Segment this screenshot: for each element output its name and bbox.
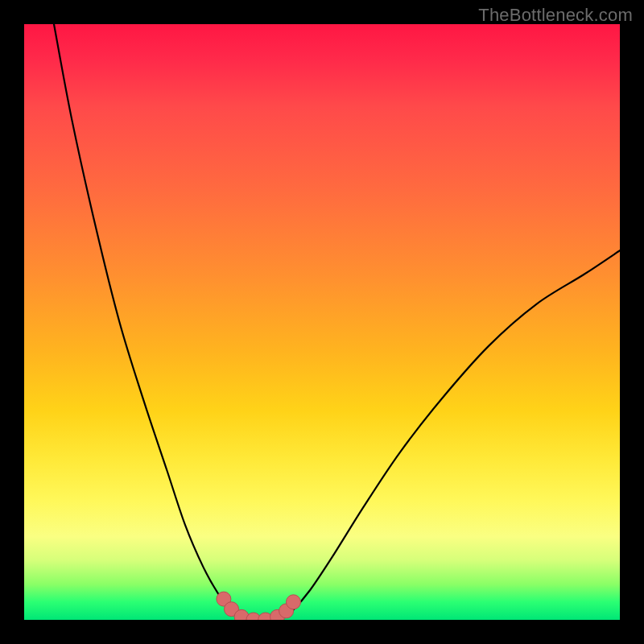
valley-marker <box>270 609 285 620</box>
curve-right-branch <box>280 250 620 620</box>
curve-left-branch <box>54 24 245 620</box>
valley-marker <box>234 609 249 620</box>
valley-marker <box>217 592 231 606</box>
valley-marker <box>279 604 294 618</box>
valley-marker <box>258 613 273 620</box>
chart-frame: TheBottleneck.com <box>0 0 644 644</box>
valley-marker-group <box>217 592 301 620</box>
watermark-text: TheBottleneck.com <box>478 5 633 26</box>
plot-area <box>24 24 620 620</box>
valley-marker <box>225 602 239 617</box>
valley-marker <box>286 595 300 609</box>
valley-marker <box>246 613 261 620</box>
curve-layer <box>24 24 620 620</box>
